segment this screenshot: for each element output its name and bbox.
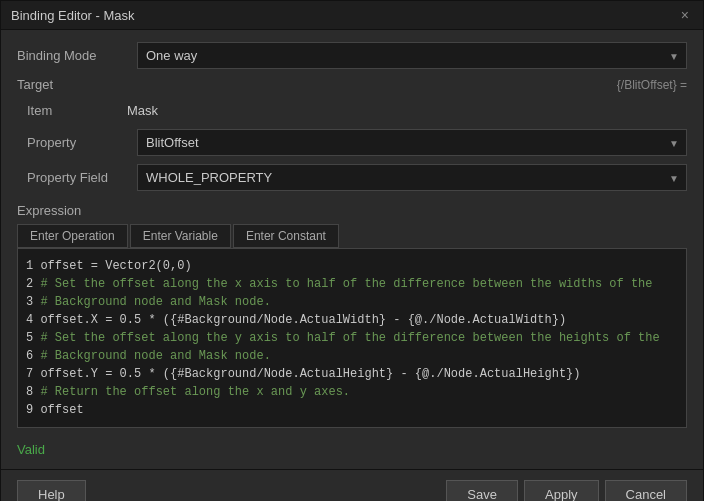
code-line: 3 # Background node and Mask node. [26,293,678,311]
close-button[interactable]: × [677,7,693,23]
expression-tabs: Enter Operation Enter Variable Enter Con… [17,224,687,248]
tab-enter-variable[interactable]: Enter Variable [130,224,231,248]
validation-status: Valid [17,442,687,457]
expression-label: Expression [17,203,687,218]
target-row: Target {/BlitOffset} = [17,77,687,92]
binding-editor-dialog: Binding Editor - Mask × Binding Mode One… [0,0,704,501]
code-line: 9 offset [26,401,678,419]
binding-mode-select[interactable]: One way [137,42,687,69]
property-field-label: Property Field [17,170,127,185]
property-field-select[interactable]: WHOLE_PROPERTY [137,164,687,191]
code-line: 7 offset.Y = 0.5 * ({#Background/Node.Ac… [26,365,678,383]
tab-enter-operation[interactable]: Enter Operation [17,224,128,248]
footer-right-buttons: Save Apply Cancel [446,480,687,501]
code-line: 8 # Return the offset along the x and y … [26,383,678,401]
item-label: Item [17,103,127,118]
code-line: 5 # Set the offset along the y axis to h… [26,329,678,347]
dialog-title: Binding Editor - Mask [11,8,135,23]
title-bar: Binding Editor - Mask × [1,1,703,30]
code-line: 4 offset.X = 0.5 * ({#Background/Node.Ac… [26,311,678,329]
property-field-select-wrapper: WHOLE_PROPERTY ▼ [137,164,687,191]
save-button[interactable]: Save [446,480,518,501]
property-field-row: Property Field WHOLE_PROPERTY ▼ [17,164,687,191]
property-row: Property BlitOffset ▼ [17,129,687,156]
tab-enter-constant[interactable]: Enter Constant [233,224,339,248]
binding-mode-row: Binding Mode One way ▼ [17,42,687,69]
property-select[interactable]: BlitOffset [137,129,687,156]
dialog-footer: Help Save Apply Cancel [1,469,703,501]
code-editor[interactable]: 1 offset = Vector2(0,0)2 # Set the offse… [17,248,687,428]
item-value: Mask [127,103,158,118]
item-row: Item Mask [17,100,687,121]
code-line: 2 # Set the offset along the x axis to h… [26,275,678,293]
cancel-button[interactable]: Cancel [605,480,687,501]
code-line: 1 offset = Vector2(0,0) [26,257,678,275]
property-label: Property [17,135,127,150]
binding-mode-label: Binding Mode [17,48,127,63]
property-select-wrapper: BlitOffset ▼ [137,129,687,156]
binding-mode-select-wrapper: One way ▼ [137,42,687,69]
help-button[interactable]: Help [17,480,86,501]
expression-section: Expression Enter Operation Enter Variabl… [17,203,687,428]
target-section-label: Target [17,77,53,92]
dialog-content: Binding Mode One way ▼ Target {/BlitOffs… [1,30,703,469]
target-path: {/BlitOffset} = [617,78,687,92]
apply-button[interactable]: Apply [524,480,599,501]
code-line: 6 # Background node and Mask node. [26,347,678,365]
